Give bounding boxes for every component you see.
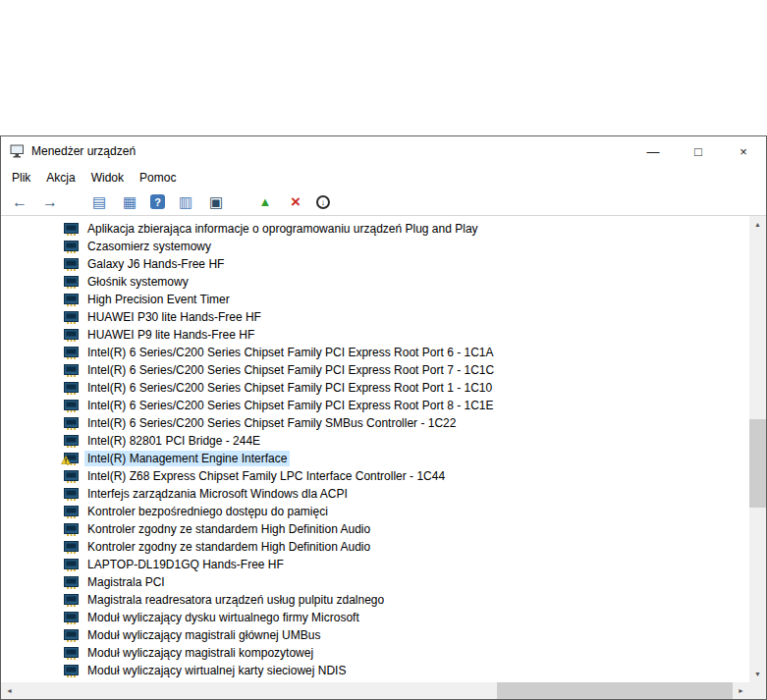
device-icon (64, 594, 79, 607)
device-tree-item[interactable]: Intel(R) 6 Series/C200 Series Chipset Fa… (1, 379, 749, 397)
uninstall-icon[interactable]: × (286, 192, 305, 212)
scan-hardware-icon[interactable]: ▥ (176, 192, 195, 212)
device-label[interactable]: Galaxy J6 Hands-Free HF (84, 256, 227, 272)
maximize-button[interactable]: □ (676, 136, 721, 166)
device-tree-item[interactable]: Intel(R) Management Engine Interface (1, 450, 749, 467)
device-label[interactable]: LAPTOP-DL19D1GQ Hands-Free HF (84, 557, 287, 572)
horizontal-scrollbar[interactable]: ◄ ► (1, 682, 749, 699)
app-icon (10, 144, 25, 159)
device-label[interactable]: Intel(R) Z68 Express Chipset Family LPC … (84, 468, 448, 484)
device-label[interactable]: Magistrala PCI (84, 574, 168, 590)
vertical-scrollbar[interactable]: ▲ ▼ (749, 216, 766, 682)
console-tree-icon[interactable]: ▤ (89, 192, 109, 212)
device-tree-item[interactable]: HUAWEI P9 lite Hands-Free HF (1, 326, 749, 344)
scroll-up-icon[interactable]: ▲ (749, 216, 766, 233)
device-tree-item[interactable]: Magistrala readresatora urządzeń usług p… (1, 591, 749, 609)
device-label[interactable]: Intel(R) Management Engine Interface (84, 451, 290, 466)
device-label[interactable]: Głośnik systemowy (84, 274, 192, 290)
menu-item[interactable]: Pomoc (132, 166, 184, 188)
device-label[interactable]: Intel(R) 6 Series/C200 Series Chipset Fa… (84, 380, 495, 396)
device-icon (64, 400, 79, 412)
titlebar: Menedżer urządzeń — □ × (1, 136, 766, 166)
device-tree-item[interactable]: Intel(R) 82801 PCI Bridge - 244E (1, 432, 749, 450)
scroll-left-icon[interactable]: ◄ (1, 682, 18, 699)
device-icon (64, 559, 79, 571)
device-label[interactable]: Intel(R) 6 Series/C200 Series Chipset Fa… (84, 362, 497, 378)
device-label[interactable]: Czasomierz systemowy (84, 239, 214, 254)
device-icon (64, 294, 79, 306)
device-icon (64, 382, 79, 395)
back-icon[interactable]: ← (10, 192, 29, 212)
device-tree-item[interactable]: Interfejs zarządzania Microsoft Windows … (1, 485, 749, 503)
device-tree-item[interactable]: Moduł wyliczający dysku wirtualnego firm… (1, 609, 749, 626)
device-icon (64, 311, 79, 324)
menu-item[interactable]: Akcja (38, 166, 82, 188)
device-icon (64, 647, 79, 660)
device-label[interactable]: HUAWEI P9 lite Hands-Free HF (84, 327, 257, 343)
device-label[interactable]: Intel(R) 82801 PCI Bridge - 244E (84, 433, 263, 449)
device-tree-item[interactable]: High Precision Event Timer (1, 291, 749, 308)
device-label[interactable]: HUAWEI P30 lite Hands-Free HF (84, 309, 264, 325)
devices-monitor-icon[interactable]: ▣ (206, 192, 226, 212)
device-tree-item[interactable]: Kontroler zgodny ze standardem High Defi… (1, 520, 749, 538)
device-label[interactable]: Intel(R) 6 Series/C200 Series Chipset Fa… (84, 415, 459, 431)
device-label[interactable]: Kontroler bezpośredniego dostępu do pami… (84, 504, 331, 519)
device-tree-item[interactable]: Moduł wyliczający magistrali kompozytowe… (1, 644, 749, 662)
menu-item[interactable]: Widok (83, 166, 132, 188)
menu-item[interactable]: Plik (4, 166, 38, 188)
device-tree-item[interactable]: Magistrala PCI (1, 573, 749, 591)
device-tree: Aplikacja zbierająca informacje o oprogr… (1, 216, 749, 682)
forward-icon[interactable]: → (40, 192, 60, 212)
toolbar: ← → ▤ ▦ ? ▥ ▣ ▲ × ↓ (1, 188, 766, 216)
device-tree-item[interactable]: Intel(R) 6 Series/C200 Series Chipset Fa… (1, 397, 749, 414)
device-tree-item[interactable]: Głośnik systemowy (1, 273, 749, 291)
device-label[interactable]: Moduł wyliczający magistrali kompozytowe… (84, 645, 316, 661)
device-tree-item[interactable]: Czasomierz systemowy (1, 238, 749, 255)
device-label[interactable]: Moduł wyliczający wirtualnej karty sieci… (84, 663, 349, 678)
scroll-right-icon[interactable]: ► (733, 682, 749, 699)
device-tree-item[interactable]: Moduł wyliczający magistrali głównej UMB… (1, 626, 749, 644)
device-tree-item[interactable]: Moduł wyliczający wirtualnej karty sieci… (1, 662, 749, 679)
device-label[interactable]: Intel(R) 6 Series/C200 Series Chipset Fa… (84, 398, 496, 413)
device-tree-item[interactable]: Aplikacja zbierająca informacje o oprogr… (1, 220, 749, 238)
device-icon (64, 488, 79, 501)
device-icon (64, 329, 79, 342)
device-label[interactable]: Interfejs zarządzania Microsoft Windows … (84, 486, 351, 502)
device-tree-item[interactable]: Kontroler bezpośredniego dostępu do pami… (1, 503, 749, 520)
device-tree-item[interactable]: Galaxy J6 Hands-Free HF (1, 255, 749, 273)
device-label[interactable]: Aplikacja zbierająca informacje o oprogr… (84, 221, 481, 237)
device-tree-item[interactable]: Intel(R) Z68 Express Chipset Family LPC … (1, 467, 749, 485)
disable-device-icon[interactable]: ↓ (316, 195, 330, 209)
vertical-scroll-thumb[interactable] (749, 419, 766, 508)
device-icon (64, 435, 79, 448)
device-label[interactable]: Kontroler zgodny ze standardem High Defi… (84, 539, 373, 555)
close-button[interactable]: × (721, 136, 766, 166)
menubar: Plik Akcja Widok Pomoc (1, 166, 766, 188)
device-label[interactable]: Intel(R) 6 Series/C200 Series Chipset Fa… (84, 345, 496, 360)
content-area: Aplikacja zbierająca informacje o oprogr… (1, 216, 766, 682)
device-tree-item[interactable]: HUAWEI P30 lite Hands-Free HF (1, 308, 749, 326)
device-label[interactable]: High Precision Event Timer (84, 292, 233, 307)
device-tree-item[interactable]: Intel(R) 6 Series/C200 Series Chipset Fa… (1, 414, 749, 432)
device-label[interactable]: Moduł wyliczający dysku wirtualnego firm… (84, 610, 362, 625)
device-icon (64, 665, 79, 677)
device-tree-item[interactable]: LAPTOP-DL19D1GQ Hands-Free HF (1, 556, 749, 573)
help-icon[interactable]: ? (150, 194, 165, 209)
device-tree-item[interactable]: Kontroler zgodny ze standardem High Defi… (1, 538, 749, 556)
device-icon (64, 347, 79, 359)
horizontal-scroll-thumb[interactable] (497, 682, 733, 699)
minimize-button[interactable]: — (630, 136, 676, 166)
device-icon (64, 241, 79, 253)
scroll-down-icon[interactable]: ▼ (749, 666, 766, 682)
warning-icon (61, 454, 71, 467)
device-tree-item[interactable]: Intel(R) 6 Series/C200 Series Chipset Fa… (1, 344, 749, 361)
device-tree-item[interactable]: Intel(R) 6 Series/C200 Series Chipset Fa… (1, 361, 749, 379)
device-icon (64, 470, 79, 483)
properties-icon[interactable]: ▦ (120, 192, 139, 212)
device-icon (64, 541, 79, 554)
device-label[interactable]: Magistrala readresatora urządzeń usług p… (84, 592, 387, 608)
device-label[interactable]: Moduł wyliczający magistrali głównej UMB… (84, 627, 323, 643)
update-driver-icon[interactable]: ▲ (255, 192, 275, 212)
device-manager-window: Menedżer urządzeń — □ × Plik Akcja Widok… (0, 135, 767, 700)
device-label[interactable]: Kontroler zgodny ze standardem High Defi… (84, 521, 373, 537)
